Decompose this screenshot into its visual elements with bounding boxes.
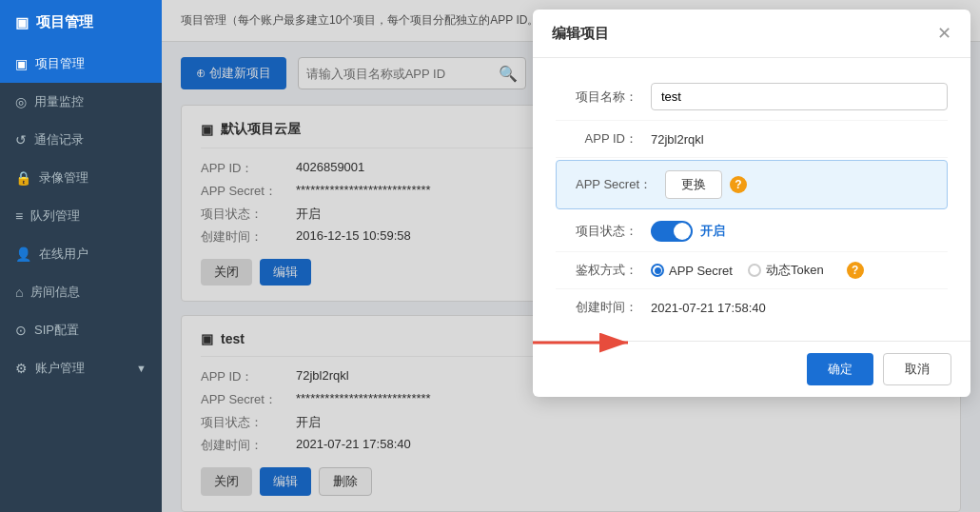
comm-icon: ↺	[15, 132, 27, 148]
main-content: 项目管理（每个账户最多建立10个项目，每个项目分配独立的APP ID。如果需要项…	[162, 0, 980, 512]
cancel-button[interactable]: 取消	[883, 353, 951, 385]
project-icon: ▣	[15, 56, 28, 71]
name-label: 项目名称：	[556, 89, 651, 106]
form-row-appid: APP ID： 72jbl2rqkl	[556, 121, 948, 158]
auth-radio-group: APP Secret 动态Token ?	[651, 262, 864, 279]
status-label: 项目状态：	[556, 223, 651, 240]
confirm-button[interactable]: 确定	[807, 353, 873, 385]
sidebar-item-monitor[interactable]: ◎ 用量监控	[0, 83, 162, 121]
form-row-auth: 鉴权方式： APP Secret 动态Token ?	[556, 252, 948, 289]
sidebar-header: ▣ 项目管理	[0, 0, 162, 45]
sidebar-item-label: SIP配置	[34, 322, 79, 339]
appid-value: 72jbl2rqkl	[651, 132, 704, 147]
sidebar-header-icon: ▣	[15, 14, 29, 31]
radio-token-dot	[748, 264, 761, 277]
modal-title: 编辑项目	[552, 25, 609, 43]
status-toggle[interactable]	[651, 221, 693, 242]
name-input[interactable]	[651, 83, 948, 110]
appid-label: APP ID：	[556, 130, 651, 148]
monitor-icon: ◎	[15, 94, 27, 109]
form-row-time: 创建时间： 2021-07-21 17:58:40	[556, 289, 948, 325]
sidebar-item-comm[interactable]: ↺ 通信记录	[0, 121, 162, 159]
queue-icon: ≡	[15, 208, 23, 224]
sidebar-item-label: 队列管理	[30, 207, 80, 225]
sidebar-item-label: 录像管理	[39, 169, 88, 187]
sidebar-title: 项目管理	[36, 13, 93, 31]
record-icon: 🔒	[15, 170, 31, 186]
modal-footer: 确定 取消	[533, 341, 970, 397]
secret-help-icon[interactable]: ?	[730, 176, 747, 193]
sidebar-item-label: 通信记录	[34, 131, 84, 148]
time-label: 创建时间：	[556, 299, 651, 316]
auth-option-token[interactable]: 动态Token	[748, 262, 824, 279]
sidebar-item-label: 账户管理	[35, 360, 85, 377]
modal-header: 编辑项目 ✕	[533, 10, 970, 58]
modal-body: 项目名称： APP ID： 72jbl2rqkl APP Secret： 更换 …	[533, 58, 970, 341]
sidebar-item-queue[interactable]: ≡ 队列管理	[0, 197, 162, 235]
sidebar-item-sip[interactable]: ⊙ SIP配置	[0, 311, 162, 349]
sidebar-item-room[interactable]: ⌂ 房间信息	[0, 273, 162, 311]
sidebar-item-record[interactable]: 🔒 录像管理	[0, 159, 162, 197]
edit-project-modal: 编辑项目 ✕ 项目名称： APP ID： 72jbl2rqkl APP Secr…	[533, 10, 970, 397]
modal-close-button[interactable]: ✕	[937, 23, 951, 44]
room-icon: ⌂	[15, 285, 23, 300]
sidebar-item-label: 在线用户	[39, 246, 88, 263]
sidebar-item-label: 用量监控	[34, 93, 84, 110]
auth-label: 鉴权方式：	[556, 262, 651, 279]
auth-option-token-label: 动态Token	[766, 262, 824, 279]
status-toggle-wrap: 开启	[651, 221, 725, 242]
secret-label: APP Secret：	[570, 176, 665, 193]
auth-option-secret-label: APP Secret	[669, 264, 733, 278]
radio-secret-dot	[651, 264, 664, 277]
status-toggle-label: 开启	[700, 223, 725, 240]
account-icon: ⚙	[15, 361, 28, 376]
expand-icon: ▼	[136, 363, 147, 374]
online-icon: 👤	[15, 246, 31, 262]
modal-overlay: 编辑项目 ✕ 项目名称： APP ID： 72jbl2rqkl APP Secr…	[162, 0, 980, 512]
sidebar-item-project[interactable]: ▣ 项目管理	[0, 45, 162, 83]
sidebar-item-label: 项目管理	[35, 55, 85, 72]
sidebar: ▣ 项目管理 ▣ 项目管理 ◎ 用量监控 ↺ 通信记录 🔒 录像管理 ≡ 队列管…	[0, 0, 162, 512]
auth-option-secret[interactable]: APP Secret	[651, 264, 733, 278]
form-row-secret: APP Secret： 更换 ?	[556, 160, 948, 209]
secret-replace-button[interactable]: 更换	[665, 170, 722, 199]
auth-help-icon[interactable]: ?	[847, 262, 864, 279]
form-row-name: 项目名称：	[556, 73, 948, 121]
sidebar-item-online[interactable]: 👤 在线用户	[0, 235, 162, 273]
form-row-status: 项目状态： 开启	[556, 211, 948, 252]
sidebar-item-account[interactable]: ⚙ 账户管理 ▼	[0, 349, 162, 387]
sip-icon: ⊙	[15, 323, 27, 338]
sidebar-item-label: 房间信息	[30, 284, 80, 301]
time-value: 2021-07-21 17:58:40	[651, 301, 766, 315]
